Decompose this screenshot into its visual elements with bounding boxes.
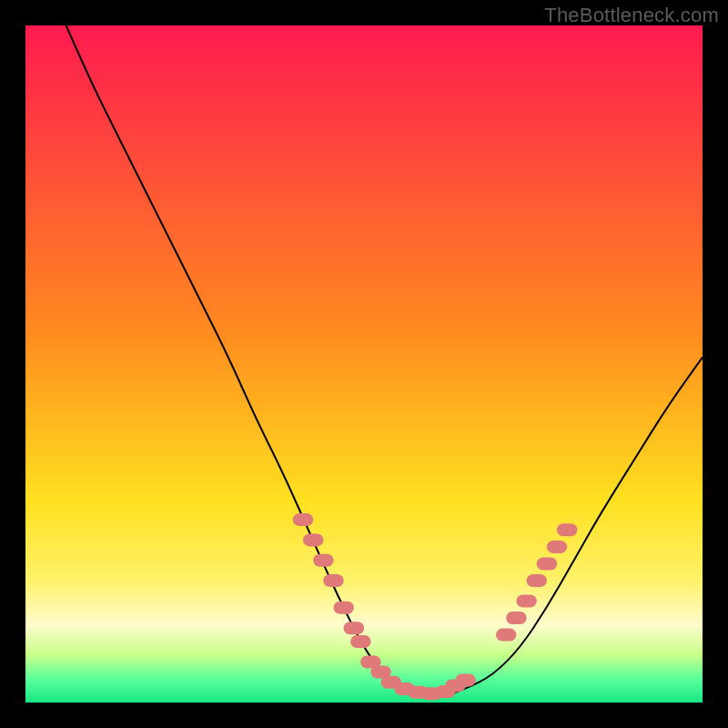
chart-frame: TheBottleneck.com	[0, 0, 728, 728]
plot-area	[25, 25, 703, 703]
marker-right-cluster	[496, 629, 516, 642]
chart-background	[25, 25, 703, 703]
marker-right-cluster	[527, 574, 547, 587]
chart-svg	[25, 25, 703, 703]
marker-left-cluster	[303, 533, 323, 546]
marker-left-cluster	[323, 574, 343, 587]
marker-right-cluster	[506, 612, 526, 624]
marker-left-cluster	[344, 622, 364, 634]
marker-right-cluster	[537, 558, 557, 571]
marker-valley-cluster	[350, 635, 370, 648]
marker-left-cluster	[334, 602, 354, 614]
marker-right-cluster	[547, 541, 567, 553]
marker-right-cluster	[516, 594, 536, 607]
marker-left-cluster	[293, 513, 313, 526]
marker-right-cluster	[557, 523, 577, 536]
marker-valley-cluster	[455, 673, 475, 686]
watermark-text: TheBottleneck.com	[544, 4, 719, 27]
marker-left-cluster	[313, 554, 333, 567]
